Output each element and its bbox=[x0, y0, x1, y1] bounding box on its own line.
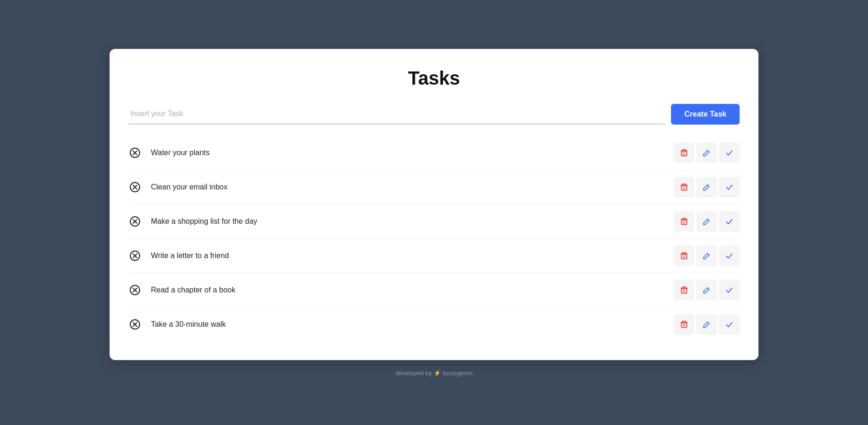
complete-button[interactable] bbox=[719, 177, 740, 197]
task-actions bbox=[674, 177, 740, 197]
task-text: Take a 30-minute walk bbox=[147, 320, 668, 329]
complete-button[interactable] bbox=[719, 245, 740, 266]
task-text: Write a letter to a friend bbox=[147, 252, 668, 260]
page-title: Tasks bbox=[128, 68, 740, 89]
edit-button[interactable] bbox=[696, 177, 717, 197]
task-cancel-icon[interactable] bbox=[128, 249, 142, 262]
create-task-button[interactable]: Create Task bbox=[671, 104, 740, 125]
task-cancel-icon[interactable] bbox=[128, 181, 142, 194]
task-row: Write a letter to a friend bbox=[128, 239, 740, 273]
task-cancel-icon[interactable] bbox=[128, 146, 142, 159]
svg-rect-11 bbox=[681, 185, 687, 190]
delete-button[interactable] bbox=[674, 211, 694, 232]
task-actions bbox=[674, 314, 740, 335]
complete-button[interactable] bbox=[719, 211, 740, 232]
complete-button[interactable] bbox=[719, 280, 740, 300]
edit-button[interactable] bbox=[696, 245, 717, 266]
delete-button[interactable] bbox=[674, 280, 694, 300]
complete-button[interactable] bbox=[719, 142, 740, 163]
svg-rect-32 bbox=[681, 288, 687, 293]
task-text: Clean your email inbox bbox=[147, 183, 668, 191]
task-cancel-icon[interactable] bbox=[128, 215, 142, 228]
delete-button[interactable] bbox=[674, 245, 694, 266]
task-actions bbox=[674, 142, 740, 163]
task-list: Water your plants bbox=[128, 136, 740, 341]
svg-rect-25 bbox=[681, 254, 687, 259]
task-text: Make a shopping list for the day bbox=[147, 217, 668, 226]
complete-button[interactable] bbox=[719, 314, 740, 335]
task-row: Water your plants bbox=[128, 136, 740, 170]
task-actions bbox=[674, 245, 740, 266]
edit-button[interactable] bbox=[696, 211, 717, 232]
task-row: Take a 30-minute walk bbox=[128, 307, 740, 341]
edit-button[interactable] bbox=[696, 142, 717, 163]
task-row: Make a shopping list for the day bbox=[128, 205, 740, 239]
task-row: Clean your email inbox bbox=[128, 170, 740, 205]
task-input[interactable] bbox=[128, 104, 665, 125]
svg-rect-4 bbox=[681, 151, 687, 156]
task-cancel-icon[interactable] bbox=[128, 318, 142, 331]
task-row: Read a chapter of a book bbox=[128, 273, 740, 307]
footer: developed by ⚡ lucasgeron bbox=[395, 370, 473, 377]
app-container: Tasks Create Task Water your plants bbox=[110, 49, 758, 360]
svg-rect-39 bbox=[681, 323, 687, 327]
input-row: Create Task bbox=[128, 104, 740, 125]
task-text: Water your plants bbox=[147, 149, 668, 157]
footer-author: lucasgeron bbox=[442, 370, 473, 377]
task-actions bbox=[674, 280, 740, 300]
task-cancel-icon[interactable] bbox=[128, 283, 142, 297]
edit-button[interactable] bbox=[696, 314, 717, 335]
task-text: Read a chapter of a book bbox=[147, 286, 668, 294]
delete-button[interactable] bbox=[674, 314, 694, 335]
edit-button[interactable] bbox=[696, 280, 717, 300]
delete-button[interactable] bbox=[674, 177, 694, 197]
task-actions bbox=[674, 211, 740, 232]
footer-text: developed by ⚡ lucasgeron bbox=[395, 370, 473, 377]
delete-button[interactable] bbox=[674, 142, 694, 163]
svg-rect-18 bbox=[681, 220, 687, 224]
